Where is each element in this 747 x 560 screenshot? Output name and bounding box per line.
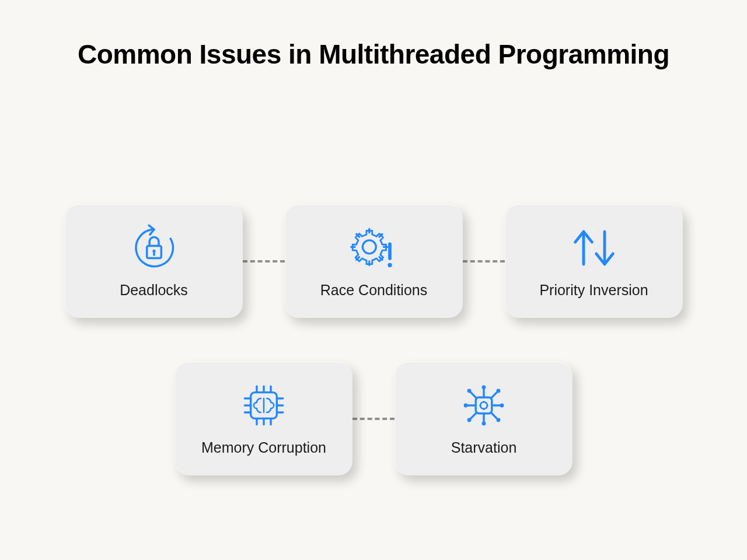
svg-point-26 [482, 421, 486, 425]
lock-cycle-icon [128, 225, 180, 271]
card-label: Starvation [451, 439, 517, 456]
svg-line-33 [491, 392, 497, 398]
svg-rect-21 [476, 397, 492, 414]
card-label: Deadlocks [120, 282, 188, 299]
svg-point-28 [464, 403, 468, 407]
card-memory-corruption: Memory Corruption [174, 362, 352, 475]
svg-point-3 [362, 240, 376, 253]
connector-line [243, 260, 285, 262]
card-race-conditions: Race Conditions [285, 204, 463, 318]
diagram-row-1: Deadlocks Race Conditions [0, 204, 747, 318]
svg-line-37 [491, 412, 497, 418]
page-title: Common Issues in Multithreaded Programmi… [0, 0, 747, 72]
card-label: Priority Inversion [539, 282, 648, 299]
svg-point-38 [497, 418, 501, 422]
gear-alert-icon [348, 225, 400, 271]
svg-point-30 [500, 403, 504, 407]
connector-line [352, 418, 395, 420]
network-chip-icon [458, 382, 510, 429]
card-label: Memory Corruption [201, 439, 326, 456]
svg-point-36 [467, 418, 472, 422]
svg-point-32 [467, 388, 472, 393]
card-priority-inversion: Priority Inversion [505, 204, 683, 318]
card-starvation: Starvation [395, 362, 573, 475]
cpu-brain-icon [238, 382, 290, 429]
connector-line [463, 260, 505, 262]
svg-point-5 [388, 262, 392, 267]
svg-point-24 [482, 385, 486, 389]
svg-point-34 [497, 388, 501, 393]
diagram-container: Deadlocks Race Conditions [0, 204, 747, 475]
svg-line-31 [471, 392, 477, 398]
card-deadlocks: Deadlocks [65, 204, 243, 318]
diagram-row-2: Memory Corruption [0, 362, 747, 475]
up-down-arrows-icon [568, 225, 620, 271]
svg-line-35 [471, 412, 477, 418]
card-label: Race Conditions [320, 282, 427, 299]
